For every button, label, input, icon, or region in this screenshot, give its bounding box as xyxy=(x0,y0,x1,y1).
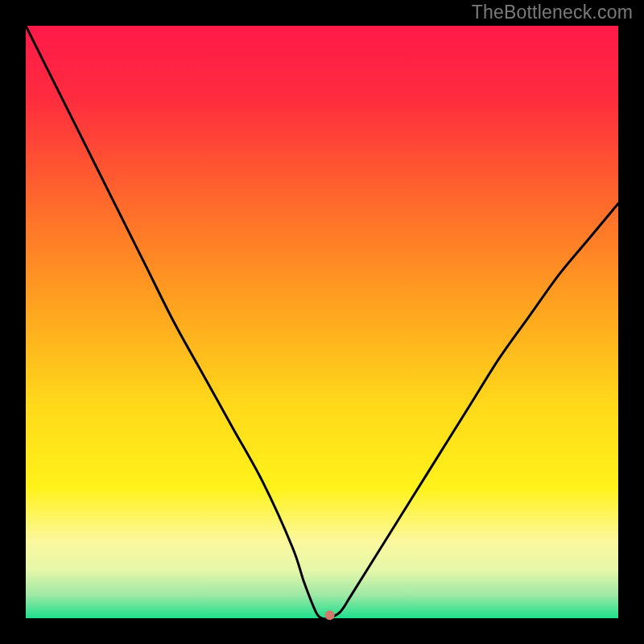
optimum-marker xyxy=(325,610,335,620)
chart-frame: TheBottleneck.com xyxy=(0,0,644,644)
plot-background xyxy=(26,26,618,618)
bottleneck-chart xyxy=(0,0,644,644)
